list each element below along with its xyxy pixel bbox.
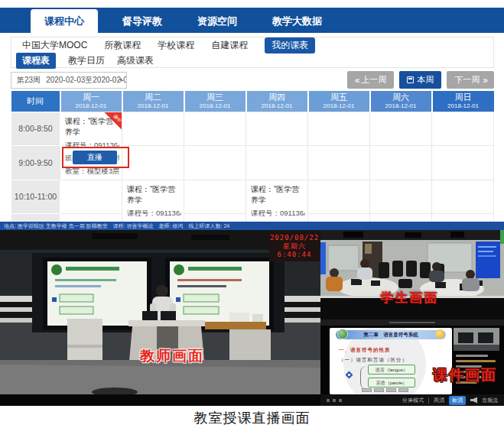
live-button[interactable]: 直播: [73, 151, 117, 164]
tab-resource-space[interactable]: 资源空间: [187, 10, 248, 33]
prev-week-label: 上一周: [361, 74, 386, 86]
course-title: 课程：“医学营养学: [127, 184, 181, 206]
green-marker: [500, 230, 504, 244]
empty-cell: [184, 180, 246, 214]
speaker-icon: [470, 397, 477, 404]
teacher-label: 教师画面: [140, 346, 204, 366]
course-code: 课程号：091136A-07: [65, 141, 119, 151]
clock-weekday: 星期六: [269, 242, 320, 251]
day-header-monday: 周一2018-12-01: [60, 91, 122, 112]
teacher-camera-view: 2020/08/22 星期六 6:40:44 教师画面: [0, 230, 320, 406]
figure-caption: 教室授课直播画面: [0, 406, 504, 428]
link-school-courses[interactable]: 学校课程: [158, 39, 194, 52]
table-row: 10:10-11:00 课程：“医学营养学 课程号：091136A-07 班级：…: [11, 180, 494, 214]
empty-cell: [308, 180, 370, 214]
slide-title: 第二章 语言是符号系统: [363, 332, 418, 339]
screen-mode-label: 分屏模式: [402, 397, 424, 404]
week-bar: 第23周2020-02-03至2020-02-09(有课) ▾ « 上一周 本周…: [11, 71, 494, 89]
sd-quality-button: 标清: [449, 396, 466, 405]
courseware-view: 第二章 语言是符号系统 一、语言符号的性质 （一）语言和言语（区分） 语言（la…: [320, 326, 504, 406]
tab-advanced-timetable[interactable]: 高级课表: [117, 54, 154, 67]
audio-stream-label: 音频流: [482, 397, 498, 404]
week-select[interactable]: 第23周2020-02-03至2020-02-09(有课) ▾: [11, 72, 127, 89]
double-chevron-right-icon: »: [483, 75, 486, 86]
week-range: 2020-02-03至2020-02-09(有课): [46, 76, 127, 84]
empty-cell: [370, 112, 432, 146]
clock-date: 2020/08/22: [269, 234, 320, 242]
day-header-tuesday: 周二2018-12-01: [122, 91, 184, 112]
slide-heading: 一、语言符号的性质: [339, 347, 391, 354]
slide-title-bar: 第二章 语言是符号系统: [336, 330, 446, 339]
day-header-thursday: 周四2018-12-01: [246, 91, 308, 112]
logo-icon: [337, 329, 348, 339]
live-video-area: 2020/08/22 星期六 6:40:44 教师画面: [0, 230, 504, 406]
empty-cell: [122, 146, 184, 180]
double-chevron-left-icon: «: [355, 75, 359, 86]
course-room: 教室：模型楼3层307教室: [65, 167, 119, 177]
empty-cell: [370, 146, 432, 180]
tab-teaching-bigdata[interactable]: 教学大数据: [262, 10, 333, 33]
next-week-label: 下一周: [454, 74, 480, 86]
subnav-panel: 中国大学MOOC 所教课程 学校课程 自建课程 我的课表 课程表 教学日历 高级…: [11, 37, 494, 68]
current-week-label: 本周: [417, 74, 434, 86]
time-slot: 8:00-8:50: [11, 112, 60, 146]
divider: [428, 397, 429, 404]
course-title: 课程：“医学营养学: [251, 184, 305, 206]
slide-subheading: （一）语言和言语（区分）: [339, 357, 408, 364]
player-buttons-icon: [327, 399, 342, 402]
course-code: 课程号：091136A-07: [127, 209, 181, 219]
tab-timetable-view[interactable]: 课程表: [16, 53, 56, 69]
status-text: 地点: 医学部校区 主教学楼 负一层 阶梯教室 课程: 语言学概论 老师: 徐鸿…: [4, 223, 229, 229]
empty-cell: [122, 112, 184, 146]
day-header-sunday: 周日2018-12-01: [432, 91, 494, 112]
empty-cell: [246, 146, 308, 180]
table-row: 8:00-8:50 课中 课程：“医学营养学 课程号：091136A-07 班级…: [11, 112, 494, 146]
time-slot: 10:10-11:00: [11, 180, 60, 214]
view-tabs-row: 课程表 教学日历 高级课表: [11, 54, 493, 68]
next-week-button[interactable]: 下一周 »: [447, 71, 494, 89]
slide-pager: [362, 388, 408, 392]
diamond-icon: [346, 371, 353, 379]
hd-quality-label: 高清: [434, 397, 444, 404]
mini-video-thumbnail: [454, 328, 499, 351]
week-number: 第23周: [17, 76, 41, 84]
empty-cell: [308, 146, 370, 180]
top-navbar: 课程中心 督导评教 资源空间 教学大数据: [0, 8, 504, 33]
empty-cell: [184, 112, 246, 146]
day-header-saturday: 周六2018-12-01: [370, 91, 432, 112]
tab-course-center[interactable]: 课程中心: [31, 9, 98, 33]
tab-supervision-evaluation[interactable]: 督导评教: [112, 10, 173, 33]
link-my-timetable[interactable]: 我的课表: [265, 37, 315, 54]
mini-classroom-graphic: [454, 328, 499, 351]
day-header-friday: 周五2018-12-01: [308, 91, 370, 112]
page: 课程中心 督导评教 资源空间 教学大数据 中国大学MOOC 所教课程 学校课程 …: [0, 0, 504, 428]
link-taught-courses[interactable]: 所教课程: [104, 39, 141, 52]
clock-time: 6:40:44: [269, 251, 320, 259]
logo-icon: [435, 329, 444, 339]
time-column-header: 时间: [11, 91, 60, 112]
link-china-mooc[interactable]: 中国大学MOOC: [22, 39, 87, 52]
caret-down-icon: ▾: [119, 73, 122, 88]
brace-icon: [360, 366, 366, 389]
course-cell-monday: 课中 课程：“医学营养学 课程号：091136A-07 班级：2017级护理成本…: [60, 112, 122, 180]
player-info-strip: [320, 319, 504, 326]
empty-cell: [432, 112, 494, 146]
prev-week-button[interactable]: « 上一周: [347, 71, 395, 89]
empty-cell: [308, 112, 370, 146]
student-camera-view: 学生画面: [320, 230, 504, 319]
led-clock: 2020/08/22 星期六 6:40:44: [269, 232, 320, 261]
term-langue: 语言（langue）: [368, 365, 415, 374]
tab-teaching-calendar[interactable]: 教学日历: [68, 54, 105, 67]
current-week-button[interactable]: 本周: [399, 71, 441, 89]
timetable-header-row: 时间 周一2018-12-01 周二2018-12-01 周三2018-12-0…: [11, 91, 494, 112]
course-code: 课程号：091136A-07: [251, 209, 305, 219]
course-source-row: 中国大学MOOC 所教课程 学校课程 自建课程 我的课表: [11, 37, 493, 54]
day-header-wednesday: 周三2018-12-01: [184, 91, 246, 112]
term-parole: 言语（parole）: [368, 378, 415, 387]
calendar-icon: [407, 76, 414, 83]
empty-cell: [432, 146, 494, 180]
empty-cell: [370, 180, 432, 214]
link-self-built-courses[interactable]: 自建课程: [211, 39, 248, 52]
time-slot: 9:00-9:50: [11, 146, 60, 180]
empty-cell: [246, 112, 308, 146]
